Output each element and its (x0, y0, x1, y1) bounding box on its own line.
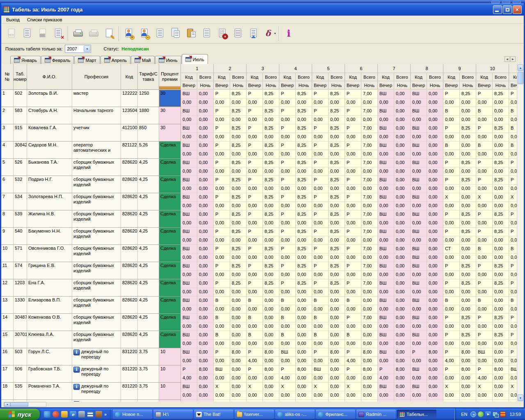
grid-cell[interactable]: 0,00 (378, 253, 394, 262)
grid-cell[interactable]: 0,00 (460, 150, 476, 159)
grid-cell[interactable]: Р (312, 228, 329, 236)
grid-cell[interactable]: 8,00 (460, 400, 476, 402)
grid-cell[interactable]: 0,00 (230, 236, 247, 245)
grid-cell[interactable]: В (214, 297, 230, 305)
grid-cell[interactable]: 4,00 (247, 357, 263, 365)
grid-cell[interactable]: 0,00 (197, 210, 214, 219)
grid-cell[interactable]: 0,00 (345, 391, 361, 400)
grid-cell[interactable]: 0,00 (476, 357, 493, 365)
table-row[interactable]: 9540Бакуменко Н.Н.сборщик бумажных издел… (1, 228, 517, 245)
grid-cell[interactable]: ВШ (411, 331, 427, 340)
grid-cell[interactable]: 0,00 (427, 219, 443, 228)
table-row[interactable]: 6532Подриз Н.Г.сборщик бумажных изделий8… (1, 176, 517, 193)
grid-cell[interactable]: 8,00 (263, 365, 279, 374)
grid-cell[interactable]: 0,00 (329, 357, 345, 365)
hide-icons-chevron-icon[interactable]: ◄ (470, 411, 476, 417)
grid-cell[interactable]: 0,00 (394, 262, 411, 271)
grid-cell[interactable]: 8,25 (296, 245, 312, 253)
horizontal-scroll-thumb[interactable] (10, 402, 28, 406)
tab-january[interactable]: Январь (10, 56, 41, 64)
grid-cell[interactable]: 8,00 (427, 348, 443, 357)
grid-cell[interactable]: 0,00 (230, 365, 247, 374)
grid-cell[interactable]: 8,25 (329, 279, 345, 288)
grid-cell[interactable]: Р (443, 210, 460, 219)
grid-cell[interactable]: 7,00 (361, 210, 378, 219)
table-row[interactable]: 8539Жилина Н.В.сборщик бумажных изделий8… (1, 210, 517, 228)
grid-cell[interactable]: Р (378, 400, 394, 402)
grid-cell[interactable]: 0,00 (345, 202, 361, 210)
grid-cell[interactable]: 0,00 (443, 340, 460, 348)
grid-cell[interactable]: 8,25 (263, 279, 279, 288)
grid-cell[interactable]: 8,25 (329, 245, 345, 253)
grid-cell[interactable]: Р (443, 348, 460, 357)
grid-cell[interactable]: 0,00 (378, 305, 394, 314)
grid-cell[interactable]: 8,25 (296, 142, 312, 150)
media-player-icon[interactable]: ▶ (485, 411, 491, 417)
grid-cell[interactable]: Р (345, 176, 361, 185)
grid-cell[interactable]: Р (181, 400, 197, 402)
agent-icon[interactable] (478, 411, 484, 417)
grid-cell[interactable]: 8,25 (230, 142, 247, 150)
grid-cell[interactable]: Р (312, 279, 329, 288)
grid-cell[interactable]: 0,00 (460, 116, 476, 124)
taskbar-task[interactable]: \\server... (235, 410, 274, 419)
grid-cell[interactable]: 0,00 (427, 228, 443, 236)
grid-cell[interactable]: Р (214, 193, 230, 202)
grid-cell[interactable]: Р (443, 365, 460, 374)
grid-cell[interactable]: В (247, 314, 263, 322)
grid-cell[interactable]: 0,00 (460, 305, 476, 314)
grid-cell[interactable]: 8,25 (230, 210, 247, 219)
grid-cell[interactable]: 0,00 (361, 331, 378, 340)
year-select[interactable]: 2007 ▼ (65, 45, 91, 53)
grid-cell[interactable]: Р (411, 348, 427, 357)
premium-cell-selected[interactable]: 30 (159, 90, 181, 107)
grid-cell[interactable]: 0,00 (214, 374, 230, 383)
grid-cell[interactable]: ВШ (476, 348, 493, 357)
grid-cell[interactable]: ВШ (411, 314, 427, 322)
grid-cell[interactable]: 7,00 (361, 176, 378, 185)
grid-cell[interactable]: 8,25 (230, 228, 247, 236)
grid-cell[interactable]: 8,00 (493, 400, 509, 402)
grid-cell[interactable]: Р (214, 159, 230, 167)
grid-cell[interactable]: 0,00 (460, 236, 476, 245)
grid-cell[interactable]: 0,00 (247, 305, 263, 314)
grid-cell[interactable]: 8,25 (329, 210, 345, 219)
grid-cell[interactable]: В (279, 314, 296, 322)
grid-cell[interactable]: 0,00 (361, 116, 378, 124)
grid-cell[interactable]: 0,00 (427, 185, 443, 193)
grid-cell[interactable]: Р (312, 176, 329, 185)
grid-cell[interactable]: 0,00 (427, 340, 443, 348)
grid-cell[interactable]: 0,00 (378, 391, 394, 400)
grid-cell[interactable]: 0,00 (361, 383, 378, 391)
grid-cell[interactable]: 0,00 (476, 305, 493, 314)
grid-cell[interactable]: 0,00 (460, 219, 476, 228)
grid-cell[interactable]: 8,25 (230, 262, 247, 271)
grid-cell[interactable]: 0,00 (214, 253, 230, 262)
grid-cell[interactable]: 0,00 (296, 297, 312, 305)
grid-cell[interactable]: 0,00 (247, 391, 263, 400)
grid-cell[interactable]: Р (247, 210, 263, 219)
grid-cell[interactable]: 0,00 (394, 245, 411, 253)
grid-cell[interactable]: Р (509, 210, 517, 219)
grid-cell[interactable]: 0,00 (427, 245, 443, 253)
grid-cell[interactable]: 0,00 (263, 322, 279, 331)
grid-cell[interactable]: ВШ (181, 279, 197, 288)
grid-cell[interactable]: 0,00 (443, 391, 460, 400)
grid-cell[interactable]: 8,00 (263, 400, 279, 402)
grid-cell[interactable]: 8,00 (197, 365, 214, 374)
grid-cell[interactable]: 0,00 (329, 236, 345, 245)
grid-cell[interactable]: 0,00 (230, 185, 247, 193)
grid-cell[interactable]: 0,00 (197, 314, 214, 322)
grid-cell[interactable]: 0,00 (230, 297, 247, 305)
grid-cell[interactable]: 0,00 (329, 374, 345, 383)
grid-cell[interactable]: 0,00 (443, 305, 460, 314)
purple-report-button[interactable] (230, 25, 246, 42)
grid-cell[interactable]: 8,00 (394, 365, 411, 374)
grid-cell[interactable]: 0,00 (476, 340, 493, 348)
grid-cell[interactable]: 0,00 (394, 271, 411, 279)
grid-cell[interactable]: 0,00 (394, 383, 411, 391)
grid-cell[interactable]: X (247, 383, 263, 391)
grid-cell[interactable]: 0,00 (378, 236, 394, 245)
grid-cell[interactable]: 8,00 (296, 400, 312, 402)
grid-cell[interactable]: 8,25 (329, 262, 345, 271)
